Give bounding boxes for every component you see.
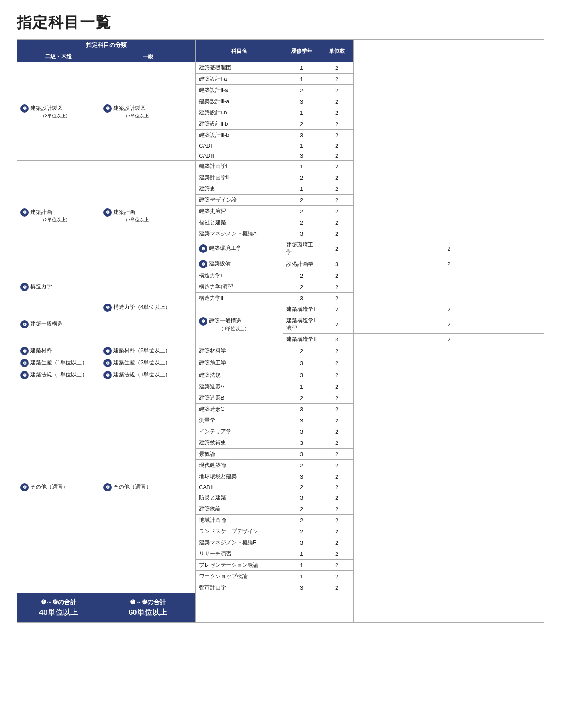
year-cell: 2	[283, 270, 320, 281]
subject-name: 建築設計Ⅱ-b	[196, 118, 283, 130]
subject-name: 建築設計Ⅰ-a	[196, 74, 283, 85]
subject-name: ワークショップ概論	[196, 571, 283, 582]
ikkyu-label-5: ❺構造力学（4単位以上）	[100, 270, 196, 345]
year-cell: 1	[283, 141, 320, 151]
subject-name: インテリア学	[196, 426, 283, 437]
credit-cell: 2	[320, 426, 354, 437]
nikyu-label-10: ❿その他（適宜）	[17, 381, 100, 593]
subject-name: 建築造形B	[196, 392, 283, 404]
year-cell: 3	[283, 582, 320, 593]
nikyu-label-1: ❶建築設計製図（3単位以上）	[17, 62, 100, 161]
year-cell: 3	[283, 151, 320, 161]
subject-name: 建築設計Ⅲ-b	[196, 130, 283, 141]
credit-cell: 2	[320, 96, 354, 107]
year-cell: 2	[283, 392, 320, 404]
credit-cell: 2	[320, 172, 354, 183]
credit-cell: 2	[320, 228, 354, 239]
subject-name: 建築基礎製図	[196, 62, 283, 74]
credit-cell: 2	[320, 74, 354, 85]
col-year-header: 履修学年	[283, 40, 320, 62]
subject-name: 地域計画論	[196, 515, 283, 526]
credit-cell: 2	[320, 571, 354, 582]
credit-cell: 2	[320, 293, 354, 304]
year-cell: 2	[283, 526, 320, 537]
credit-cell: 2	[320, 130, 354, 141]
year-cell: 2	[283, 118, 320, 130]
credit-cell: 2	[320, 217, 354, 228]
year-cell: 2	[320, 304, 354, 315]
year-cell: 2	[320, 239, 354, 258]
year-cell: 1	[283, 62, 320, 74]
subject-name: 建築構造学Ⅰ	[283, 304, 320, 315]
ikkyu-label-2: ❷建築計画（7単位以上）	[100, 161, 196, 270]
year-cell: 3	[283, 404, 320, 415]
year-cell: 2	[283, 460, 320, 471]
year-cell: 3	[283, 293, 320, 304]
year-cell: 1	[283, 560, 320, 571]
ikkyu-label-10: ❿その他（適宜）	[100, 381, 196, 593]
year-cell: 3	[283, 537, 320, 548]
main-table: 指定科目の分類 科目名 履修学年 単位数 二級・木造 一級 ❶建築設計製図（3単…	[17, 39, 544, 623]
credit-cell: 2	[320, 281, 354, 293]
credit-cell: 2	[354, 315, 544, 334]
subject-name: 建築造形C	[196, 404, 283, 415]
year-cell: 2	[283, 482, 320, 492]
credit-cell: 2	[320, 392, 354, 404]
year-cell: 3	[283, 228, 320, 239]
credit-cell: 2	[320, 492, 354, 503]
subject-name: 建築造形A	[196, 381, 283, 392]
year-cell: 2	[283, 217, 320, 228]
subject-name: 建築計画学Ⅱ	[196, 172, 283, 183]
subject-name: 地球環境と建築	[196, 471, 283, 482]
year-cell: 3	[283, 492, 320, 503]
year-cell: 3	[283, 96, 320, 107]
credit-cell: 2	[320, 560, 354, 571]
credit-cell: 2	[320, 85, 354, 96]
credit-cell: 2	[320, 437, 354, 449]
col-ikkyu-header: 一級	[100, 51, 196, 62]
credit-cell: 2	[354, 334, 544, 345]
credit-cell: 2	[320, 345, 354, 357]
subject-name: CADⅠ	[196, 141, 283, 151]
subject-name: 設備計画学	[283, 258, 320, 270]
footer-nikyu: ❶～❿の合計40単位以上	[17, 593, 100, 623]
credit-cell: 2	[320, 183, 354, 195]
subject-name: リサーチ演習	[196, 548, 283, 560]
subject-name: プレゼンテーション概論	[196, 560, 283, 571]
year-cell: 3	[283, 415, 320, 426]
year-cell: 3	[283, 357, 320, 369]
year-cell: 1	[283, 74, 320, 85]
subject-name: 構造力学Ⅰ演習	[196, 281, 283, 293]
subject-name: 測量学	[196, 415, 283, 426]
subject-name: 構造力学Ⅱ	[196, 293, 283, 304]
subject-name: 建築総論	[196, 503, 283, 515]
subject-name: 建築設計Ⅰ-b	[196, 107, 283, 118]
col-credit-header: 単位数	[320, 40, 354, 62]
year-cell: 3	[320, 334, 354, 345]
credit-cell: 2	[320, 526, 354, 537]
year-cell: 2	[320, 315, 354, 334]
year-cell: 1	[283, 381, 320, 392]
credit-cell: 2	[320, 206, 354, 217]
ikkyu-label-1: ❶建築設計製図（7単位以上）	[100, 62, 196, 161]
nikyu-label-2: ❷建築計画（2単位以上）	[17, 161, 100, 270]
subject-name: 建築技術史	[196, 437, 283, 449]
credit-cell: 2	[320, 151, 354, 161]
year-cell: 1	[283, 548, 320, 560]
subject-name: 建築環境工学	[283, 239, 320, 258]
year-cell: 1	[283, 161, 320, 172]
credit-cell: 2	[320, 161, 354, 172]
credit-cell: 2	[354, 258, 544, 270]
subject-name: 建築法規	[196, 369, 283, 381]
year-cell: 2	[283, 206, 320, 217]
nikyu-label-5: ❺構造力学	[17, 270, 100, 304]
subject-name: 建築構造学Ⅰ演習	[283, 315, 320, 334]
year-cell: 3	[283, 449, 320, 460]
nikyu-label-6: ❻建築一般構造	[17, 304, 100, 345]
subject-name: 建築構造学Ⅱ	[283, 334, 320, 345]
year-cell: 2	[283, 281, 320, 293]
subject-name: 建築材料学	[196, 345, 283, 357]
credit-cell: 2	[320, 141, 354, 151]
credit-cell: 2	[320, 62, 354, 74]
credit-cell: 2	[320, 357, 354, 369]
